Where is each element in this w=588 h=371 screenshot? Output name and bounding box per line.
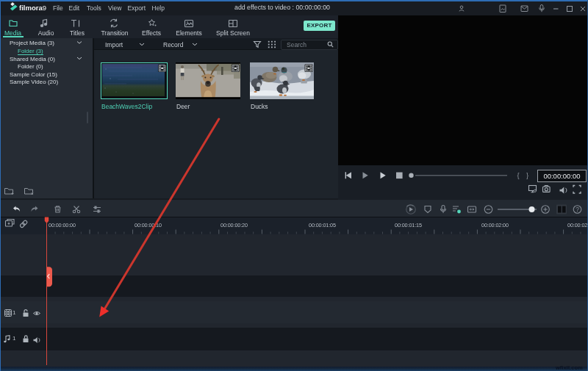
svg-text:?: ? xyxy=(576,206,579,213)
